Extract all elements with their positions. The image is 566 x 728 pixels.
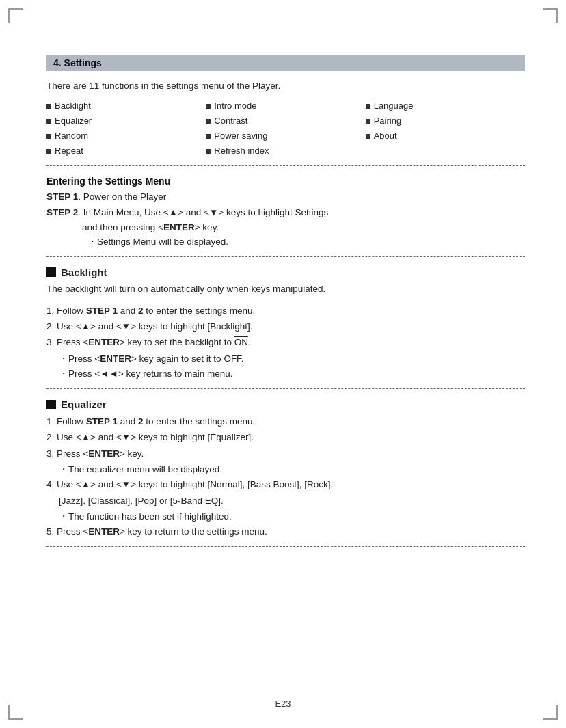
- divider-4: [46, 546, 525, 547]
- corner-bottom-right: [543, 705, 558, 720]
- feature-about: About: [366, 129, 525, 143]
- corner-top-left: [8, 8, 23, 23]
- backlight-sub-1: ・Press <ENTER> key again to set it to OF…: [59, 351, 525, 366]
- feature-equalizer: Equalizer: [46, 114, 206, 128]
- eq-step-5: 5. Press <ENTER> key to return to the se…: [46, 524, 525, 539]
- bullet-icon: [366, 134, 370, 139]
- intro-text: There are 11 functions in the settings m…: [46, 81, 525, 91]
- corner-bottom-left: [8, 705, 23, 720]
- bullet-icon: [366, 119, 370, 124]
- feature-pairing: Pairing: [366, 114, 525, 128]
- page-content: 4. Settings There are 11 functions in th…: [46, 55, 525, 556]
- backlight-sub-2: ・Press <◄◄> key returns to main menu.: [59, 366, 525, 381]
- bullet-icon: [46, 134, 51, 139]
- eq-sub-4: ・The function has been set if highlighte…: [59, 509, 525, 524]
- bullet-icon: [206, 119, 211, 124]
- bullet-icon: [206, 104, 211, 109]
- backlight-step-3: 3. Press <ENTER> key to set the backligh…: [46, 335, 525, 350]
- step1-label: STEP 1: [46, 191, 78, 202]
- feature-refresh-index: Refresh index: [206, 144, 365, 158]
- step-2-block: STEP 2. In Main Menu, Use <▲> and <▼> ke…: [46, 205, 525, 250]
- feature-power-saving: Power saving: [206, 129, 365, 143]
- bullet-icon: [46, 104, 51, 109]
- backlight-step-1: 1. Follow STEP 1 and 2 to enter the sett…: [46, 304, 525, 319]
- backlight-desc: The backlight will turn on automatically…: [46, 282, 525, 297]
- step-1-block: STEP 1. Power on the Player: [46, 189, 525, 204]
- divider-1: [46, 165, 525, 166]
- backlight-step-2: 2. Use <▲> and <▼> keys to highlight [Ba…: [46, 319, 525, 334]
- page-number: E23: [275, 699, 291, 709]
- backlight-header: Backlight: [46, 267, 525, 278]
- eq-step-1: 1. Follow STEP 1 and 2 to enter the sett…: [46, 414, 525, 429]
- step1-text: . Power on the Player: [78, 191, 166, 202]
- equalizer-header: Equalizer: [46, 399, 525, 410]
- eq-step-4b: [Jazz], [Classical], [Pop] or [5-Band EQ…: [59, 494, 525, 509]
- step2-label: STEP 2: [46, 207, 78, 217]
- backlight-title: Backlight: [61, 267, 107, 278]
- step2-indent: and then pressing <ENTER> key.: [82, 220, 525, 235]
- feature-random: Random: [46, 129, 206, 143]
- bullet-icon: [46, 119, 51, 124]
- equalizer-steps: 1. Follow STEP 1 and 2 to enter the sett…: [46, 414, 525, 539]
- step2-dot: ・Settings Menu will be displayed.: [87, 234, 525, 250]
- corner-top-right: [543, 8, 558, 23]
- feature-intro-mode: Intro mode: [206, 99, 365, 113]
- features-grid: Backlight Intro mode Language Equalizer …: [46, 99, 525, 159]
- black-square-icon: [46, 267, 56, 277]
- divider-3: [46, 388, 525, 389]
- divider-2: [46, 256, 525, 257]
- bullet-icon: [206, 134, 211, 139]
- feature-empty: [366, 144, 525, 158]
- bullet-icon: [366, 104, 370, 109]
- eq-step-3: 3. Press <ENTER> key.: [46, 446, 525, 461]
- feature-contrast: Contrast: [206, 114, 365, 128]
- section-header: 4. Settings: [46, 55, 525, 71]
- bullet-icon: [206, 149, 211, 154]
- feature-repeat: Repeat: [46, 144, 206, 158]
- entering-settings-title: Entering the Settings Menu: [46, 176, 525, 187]
- feature-language: Language: [366, 99, 525, 113]
- backlight-steps: 1. Follow STEP 1 and 2 to enter the sett…: [46, 304, 525, 381]
- black-square-icon-2: [46, 400, 56, 409]
- feature-backlight: Backlight: [46, 99, 206, 113]
- eq-step-2: 2. Use <▲> and <▼> keys to highlight [Eq…: [46, 430, 525, 445]
- bullet-icon: [46, 149, 51, 154]
- equalizer-title: Equalizer: [61, 399, 107, 410]
- eq-sub-3: ・The equalizer menu will be displayed.: [59, 462, 525, 477]
- eq-step-4: 4. Use <▲> and <▼> keys to highlight [No…: [46, 477, 525, 492]
